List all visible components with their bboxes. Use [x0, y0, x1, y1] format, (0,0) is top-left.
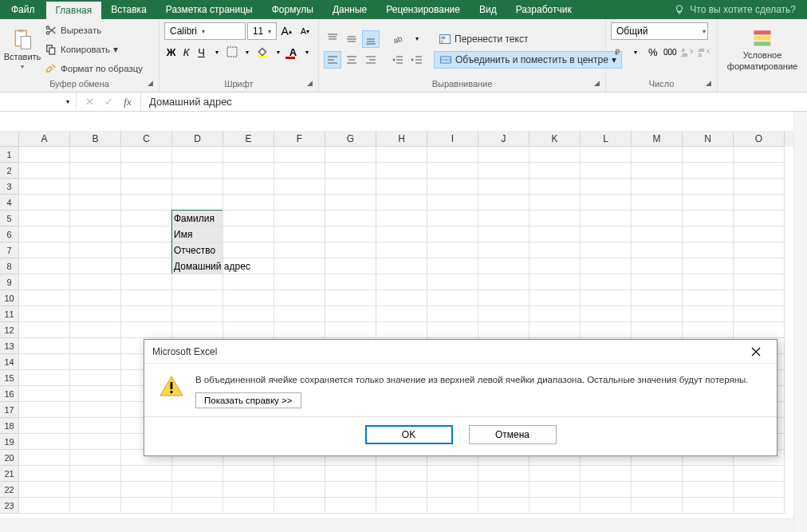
row-header[interactable]: 7: [0, 242, 19, 258]
row-header[interactable]: 20: [0, 450, 19, 466]
increase-indent-button[interactable]: [408, 51, 426, 69]
cell[interactable]: [274, 258, 325, 274]
close-button[interactable]: [743, 340, 769, 364]
increase-decimal-button[interactable]: ,0,00: [679, 43, 695, 61]
cell[interactable]: [376, 163, 427, 179]
cell[interactable]: [70, 482, 121, 498]
tell-me-search[interactable]: Что вы хотите сделать?: [663, 0, 807, 19]
cell[interactable]: [70, 179, 121, 195]
cell[interactable]: [172, 147, 223, 163]
cell[interactable]: [478, 482, 529, 498]
row-header[interactable]: 11: [0, 306, 19, 322]
horizontal-scrollbar[interactable]: [0, 518, 793, 532]
cell[interactable]: [529, 306, 581, 322]
tab-developer[interactable]: Разработчик: [506, 0, 581, 19]
cell[interactable]: [376, 179, 427, 195]
cell[interactable]: [19, 258, 70, 274]
cell[interactable]: [19, 370, 70, 386]
cell[interactable]: [70, 498, 121, 514]
cell[interactable]: [325, 242, 376, 258]
cell[interactable]: [427, 147, 478, 163]
cell[interactable]: [19, 434, 70, 450]
borders-dropdown[interactable]: ▾: [240, 43, 254, 61]
confirm-formula-button[interactable]: ✓: [102, 96, 115, 108]
cell[interactable]: [274, 498, 325, 514]
cell[interactable]: [274, 322, 325, 338]
cell[interactable]: [19, 179, 70, 195]
fill-color-button[interactable]: [255, 43, 270, 61]
cell[interactable]: [121, 274, 172, 290]
cell[interactable]: [529, 211, 581, 227]
font-name-combo[interactable]: Calibri▾: [164, 22, 246, 40]
cell[interactable]: [223, 482, 274, 498]
wrap-text-button[interactable]: abc Перенести текст: [434, 30, 622, 48]
cell[interactable]: [632, 242, 683, 258]
cell[interactable]: [19, 402, 70, 418]
row-header[interactable]: 4: [0, 195, 19, 211]
cell[interactable]: [19, 211, 70, 227]
cell[interactable]: [683, 498, 734, 514]
cell[interactable]: [632, 211, 683, 227]
row-header[interactable]: 10: [0, 290, 19, 306]
show-help-button[interactable]: Показать справку >>: [195, 392, 301, 408]
insert-function-button[interactable]: fx: [121, 96, 134, 108]
cell[interactable]: [19, 274, 70, 290]
cell[interactable]: [223, 466, 274, 482]
row-header[interactable]: 17: [0, 402, 19, 418]
column-header[interactable]: C: [121, 131, 172, 147]
format-painter-button[interactable]: Формат по образцу: [41, 60, 146, 77]
cell[interactable]: [683, 322, 734, 338]
cell[interactable]: [172, 195, 223, 211]
cell[interactable]: [478, 227, 529, 242]
cell[interactable]: [19, 466, 70, 482]
cell[interactable]: [581, 195, 632, 211]
cell[interactable]: [325, 227, 376, 242]
cell[interactable]: [478, 290, 529, 306]
select-all-corner[interactable]: [0, 131, 19, 147]
cell[interactable]: [70, 227, 121, 242]
merge-center-button[interactable]: Объединить и поместить в центре ▾: [434, 51, 622, 69]
cell[interactable]: [274, 274, 325, 290]
row-header[interactable]: 18: [0, 418, 19, 434]
cell[interactable]: [529, 163, 581, 179]
cell[interactable]: [121, 258, 172, 274]
cell[interactable]: [529, 258, 581, 274]
cell[interactable]: [325, 306, 376, 322]
column-header[interactable]: I: [427, 131, 478, 147]
cell[interactable]: [19, 386, 70, 402]
ok-button[interactable]: OK: [365, 425, 453, 444]
cell[interactable]: [734, 274, 785, 290]
cell[interactable]: [121, 306, 172, 322]
cell[interactable]: [376, 466, 427, 482]
cell[interactable]: [19, 163, 70, 179]
cell[interactable]: [70, 242, 121, 258]
decrease-indent-button[interactable]: [389, 51, 407, 69]
cell[interactable]: [529, 227, 581, 242]
cell[interactable]: [581, 163, 632, 179]
cell[interactable]: [172, 498, 223, 514]
column-header[interactable]: K: [529, 131, 581, 147]
cell[interactable]: [529, 242, 581, 258]
row-header[interactable]: 15: [0, 370, 19, 386]
orientation-dropdown[interactable]: ▾: [408, 30, 426, 48]
cell[interactable]: [376, 242, 427, 258]
cell[interactable]: [325, 211, 376, 227]
font-size-combo[interactable]: 11▾: [247, 22, 277, 40]
cell[interactable]: [274, 211, 325, 227]
cell[interactable]: [683, 466, 734, 482]
cell[interactable]: [121, 179, 172, 195]
cell[interactable]: [734, 211, 785, 227]
cell[interactable]: [478, 274, 529, 290]
cell[interactable]: [223, 227, 274, 242]
cell[interactable]: [632, 290, 683, 306]
cell[interactable]: [529, 195, 581, 211]
row-header[interactable]: 5: [0, 211, 19, 227]
column-header[interactable]: J: [478, 131, 529, 147]
cell[interactable]: [581, 147, 632, 163]
cell[interactable]: [683, 147, 734, 163]
cell[interactable]: [325, 147, 376, 163]
cell[interactable]: [70, 211, 121, 227]
cell[interactable]: [632, 274, 683, 290]
row-header[interactable]: 22: [0, 482, 19, 498]
cell[interactable]: [478, 211, 529, 227]
